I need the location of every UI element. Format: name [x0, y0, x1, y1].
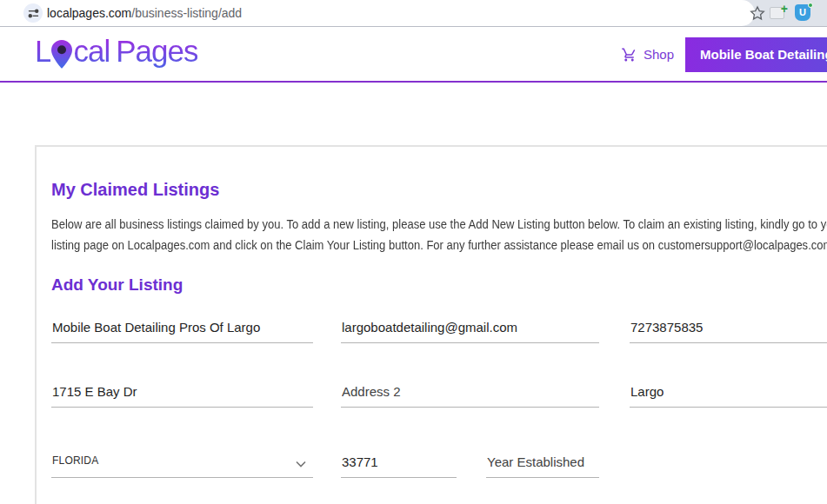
shield-status-dot — [808, 3, 813, 8]
url-text[interactable]: localpages.com/business-listing/add — [47, 0, 242, 26]
business-name-input[interactable] — [51, 320, 313, 343]
url-domain: localpages.com — [47, 6, 131, 20]
address2-input[interactable] — [341, 384, 599, 408]
state-selected-value: FLORIDA — [52, 454, 98, 467]
form-row-1 — [51, 320, 827, 343]
shop-label: Shop — [644, 47, 674, 62]
shop-link[interactable]: Shop — [621, 47, 674, 63]
address1-input[interactable] — [51, 384, 313, 408]
chevron-down-icon — [296, 461, 306, 468]
site-settings-icon[interactable] — [23, 3, 43, 23]
cart-icon — [621, 47, 637, 63]
logo-text-cal: cal — [73, 34, 110, 69]
listings-card: My Claimed Listings Below are all busine… — [35, 145, 827, 504]
add-page-extension-icon[interactable]: + — [770, 7, 784, 19]
url-path: /business-listing/add — [131, 6, 242, 20]
extensions-area: + U — [755, 0, 827, 26]
add-listing-form: FLORIDA — [51, 320, 827, 478]
email-input[interactable] — [341, 320, 599, 343]
form-row-3: FLORIDA — [51, 448, 827, 478]
intro-line-1: Below are all business listings claimed … — [51, 214, 827, 235]
claimed-listings-heading: My Claimed Listings — [51, 180, 827, 200]
site-header: L cal Pages Shop Mobile Boat Detailing P… — [0, 28, 827, 83]
location-pin-icon — [51, 40, 72, 69]
zip-input[interactable] — [341, 454, 457, 478]
intro-line-2: listing page on Localpages.com and click… — [51, 235, 827, 255]
phone-input[interactable] — [630, 320, 827, 343]
logo-text-pages: Pages — [116, 34, 197, 69]
year-established-input[interactable] — [486, 454, 599, 478]
shield-extension-icon[interactable]: U — [795, 4, 812, 22]
header-actions: Shop Mobile Boat Detailing Pros — [621, 28, 827, 81]
browser-toolbar: localpages.com/business-listing/add + U — [0, 0, 827, 27]
plus-glyph: + — [781, 3, 788, 15]
state-select[interactable]: FLORIDA — [51, 448, 313, 478]
form-row-2 — [51, 384, 827, 408]
add-listing-heading: Add Your Listing — [51, 275, 827, 295]
logo-letter-l: L — [35, 34, 50, 69]
localpages-logo[interactable]: L cal Pages — [35, 34, 197, 69]
intro-paragraph: Below are all business listings claimed … — [51, 214, 827, 255]
business-account-button[interactable]: Mobile Boat Detailing Pros — [685, 37, 827, 72]
city-input[interactable] — [630, 384, 827, 408]
